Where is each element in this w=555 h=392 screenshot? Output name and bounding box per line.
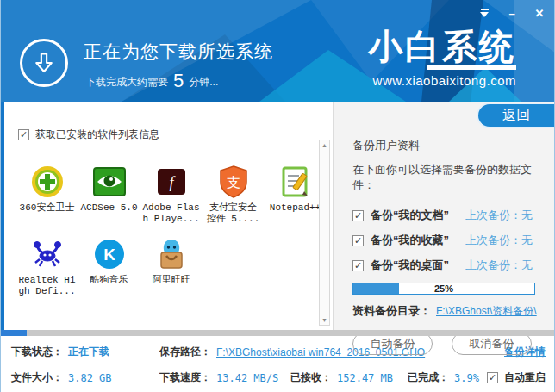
auto-restart-row: ✓ 自动重启 xyxy=(487,370,546,385)
backup-documents-checkbox[interactable]: ✓ xyxy=(352,210,364,221)
get-software-label: 获取已安装的软件列表信息 xyxy=(35,128,159,142)
minimize-icon[interactable]: – xyxy=(502,5,521,21)
main-content: ✓ 获取已安装的软件列表信息 360安全卫士 xyxy=(1,102,555,330)
360-safety-guard-icon xyxy=(30,165,65,199)
titlebar-controls: – ✕ xyxy=(475,5,549,21)
software-label: 酷狗音乐 xyxy=(79,275,140,286)
kugou-music-icon: K xyxy=(92,237,127,271)
software-item[interactable]: 阿里旺旺 xyxy=(140,237,202,297)
software-label: Adobe Flash Playe... xyxy=(141,202,202,225)
header: – ✕ 正在为您下载所选系统 下载完成大约需要 5 分钟... 小白系统 www… xyxy=(1,0,555,102)
software-label: ACDSee 5.0 xyxy=(79,202,140,214)
last-backup-status: 上次备份：无 xyxy=(465,258,533,273)
backup-desktop-checkbox[interactable]: ✓ xyxy=(352,260,364,271)
app-window: – ✕ 正在为您下载所选系统 下载完成大约需要 5 分钟... 小白系统 www… xyxy=(0,0,555,392)
auto-restart-checkbox[interactable]: ✓ xyxy=(487,372,498,383)
software-item[interactable]: Notepad++ xyxy=(265,165,326,225)
speed-value: 13.42 MB/S xyxy=(216,372,278,384)
backup-directory-row: 资料备份目录： F:\XBGhost\资料备份\ xyxy=(352,303,539,319)
download-progress-bar xyxy=(1,330,555,336)
backup-directory-label: 资料备份目录： xyxy=(352,303,431,319)
download-status-label: 下载状态： xyxy=(11,345,63,359)
skin-menu-icon[interactable] xyxy=(475,5,494,21)
backup-option-favorites: ✓ 备份“我的收藏” 上次备份：无 xyxy=(352,233,539,248)
software-panel: ✓ 获取已安装的软件列表信息 360安全卫士 xyxy=(1,102,333,330)
brand-name: 小白系统 xyxy=(368,28,516,65)
download-status-value: 正在下载 xyxy=(68,345,109,359)
download-eta: 下载完成大约需要 5 分钟... xyxy=(85,72,218,90)
brand-website: www.xiaobaixitong.com xyxy=(368,73,516,88)
backup-panel: 备份用户资料 在下面你可以选择需要备份的数据文件： ✓ 备份“我的文档” 上次备… xyxy=(333,102,555,330)
download-arrow-icon xyxy=(20,39,68,87)
completed-label: 已完成： xyxy=(408,370,449,385)
software-item[interactable]: ACDSee 5.0 xyxy=(78,165,140,225)
software-item[interactable]: f Adobe Flash Playe... xyxy=(140,165,202,225)
last-backup-status: 上次备份：无 xyxy=(465,208,533,223)
alipay-shield-icon: 支 xyxy=(216,165,251,199)
software-label: 360安全卫士 xyxy=(17,202,78,214)
software-item[interactable]: K 酷狗音乐 xyxy=(78,237,140,297)
brand-logo: 小白系统 www.xiaobaixitong.com xyxy=(368,28,516,88)
get-software-row: ✓ 获取已安装的软件列表信息 xyxy=(18,128,333,142)
status-row-2: 文件大小： 3.82 GB 下载速度： 13.42 MB/S 已接收： 152.… xyxy=(11,370,546,385)
backup-progress-bar: 25% xyxy=(352,283,535,295)
software-label: Notepad++ xyxy=(265,202,326,214)
acdsee-icon xyxy=(92,165,127,199)
backup-directory-link[interactable]: F:\XBGhost\资料备份\ xyxy=(436,304,537,319)
software-item[interactable]: Realtek High Defi... xyxy=(16,237,78,297)
received-label: 已接收： xyxy=(290,370,332,385)
realtek-icon xyxy=(30,237,65,271)
backup-option-documents: ✓ 备份“我的文档” 上次备份：无 xyxy=(352,208,539,223)
backup-option-label: 备份“我的桌面” xyxy=(371,258,458,273)
eta-suffix: 分钟... xyxy=(189,75,218,90)
eta-prefix: 下载完成大约需要 xyxy=(85,75,168,90)
brand-underline xyxy=(427,65,516,70)
eta-minutes: 5 xyxy=(173,72,184,90)
backup-option-label: 备份“我的文档” xyxy=(371,208,458,223)
close-icon[interactable]: ✕ xyxy=(530,5,549,21)
software-label: 阿里旺旺 xyxy=(141,275,202,286)
back-button[interactable]: 返回 xyxy=(477,103,554,128)
software-label: 支付宝安全 控件 5.... xyxy=(203,202,264,225)
save-path-label: 保存路径： xyxy=(159,345,211,359)
last-backup-status: 上次备份：无 xyxy=(465,233,533,248)
download-progress-fill xyxy=(1,330,27,336)
backup-option-desktop: ✓ 备份“我的桌面” 上次备份：无 xyxy=(352,258,539,273)
file-size-value: 3.82 GB xyxy=(68,372,112,384)
scroll-down-icon[interactable]: ▼ xyxy=(321,315,327,325)
backup-panel-subtitle: 在下面你可以选择需要备份的数据文件： xyxy=(352,162,539,193)
speed-label: 下载速度： xyxy=(159,370,211,385)
received-value: 152.47 MB xyxy=(337,372,393,384)
aliwangwang-icon xyxy=(154,237,189,271)
software-label: Realtek High Defi... xyxy=(17,275,78,297)
backup-option-label: 备份“我的收藏” xyxy=(371,233,458,248)
software-grid: 360安全卫士 ACDSee 5.0 f xyxy=(16,165,333,297)
software-item[interactable]: 360安全卫士 xyxy=(16,165,78,225)
software-item[interactable]: 支 支付宝安全 控件 5.... xyxy=(203,165,264,225)
page-title: 正在为您下载所选系统 xyxy=(84,40,273,64)
backup-panel-title: 备份用户资料 xyxy=(352,138,539,153)
backup-favorites-checkbox[interactable]: ✓ xyxy=(352,235,364,246)
svg-text:支: 支 xyxy=(227,175,240,190)
svg-text:K: K xyxy=(103,246,115,264)
software-list-scrollbar[interactable]: ▲ ▼ xyxy=(319,140,330,326)
backup-progress-label: 25% xyxy=(353,283,534,294)
file-size-label: 文件大小： xyxy=(11,370,63,385)
get-software-checkbox[interactable]: ✓ xyxy=(18,129,29,140)
auto-restart-label: 自动重启 xyxy=(504,370,546,385)
adobe-flash-icon: f xyxy=(154,165,189,199)
notepad-plus-plus-icon xyxy=(278,165,313,199)
completed-value: 3.9% xyxy=(454,372,479,384)
scroll-up-icon[interactable]: ▲ xyxy=(321,140,327,150)
